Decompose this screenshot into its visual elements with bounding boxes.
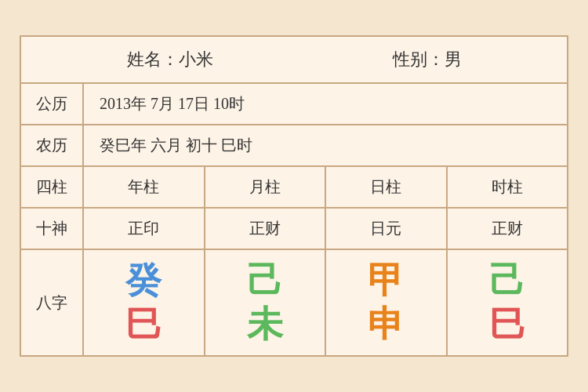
day-column-label: 日柱 [326,167,448,207]
solar-value: 2013年 7月 17日 10时 [84,84,567,124]
bazi-day-cell: 甲 申 [326,250,448,355]
shishen-row: 十神 正印 正财 日元 正财 [21,209,567,250]
shishen-label: 十神 [21,209,84,249]
bazi-label: 八字 [21,250,84,355]
bazi-row: 八字 癸 巳 己 未 甲 申 己 巳 [21,250,567,355]
bazi-year-bottom: 巳 [125,307,162,343]
column-header-row: 四柱 年柱 月柱 日柱 时柱 [21,167,567,209]
bazi-month-bottom: 未 [247,307,283,343]
lunar-value: 癸巳年 六月 初十 巳时 [84,125,567,165]
bazi-year-top: 癸 [125,263,162,299]
bazi-day-top: 甲 [368,263,404,299]
lunar-label: 农历 [21,125,84,165]
header-row: 姓名：小米 性别：男 [21,37,567,84]
shishen-month: 正财 [205,209,327,249]
hour-column-label: 时柱 [448,167,568,207]
name-label: 姓名：小米 [127,48,213,71]
shishen-year: 正印 [84,209,205,249]
year-column-label: 年柱 [84,167,205,207]
solar-row: 公历 2013年 7月 17日 10时 [21,84,567,125]
bazi-hour-bottom: 巳 [489,307,525,343]
lunar-row: 农历 癸巳年 六月 初十 巳时 [21,125,567,167]
bazi-hour-top: 己 [489,263,525,299]
bazi-day-bottom: 申 [368,307,404,343]
gender-label: 性别：男 [393,48,462,71]
main-container: 姓名：小米 性别：男 公历 2013年 7月 17日 10时 农历 癸巳年 六月… [20,35,568,357]
shishen-day: 日元 [326,209,448,249]
shishen-hour: 正财 [448,209,568,249]
solar-label: 公历 [21,84,84,124]
sizhu-label: 四柱 [21,167,84,207]
bazi-month-cell: 己 未 [205,250,327,355]
bazi-year-cell: 癸 巳 [84,250,205,355]
bazi-month-top: 己 [247,263,283,299]
bazi-hour-cell: 己 巳 [448,250,568,355]
month-column-label: 月柱 [205,167,327,207]
